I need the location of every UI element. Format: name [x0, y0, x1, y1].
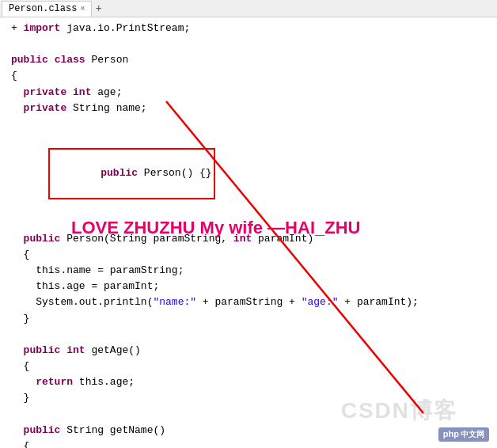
code-line-1: + import java.io.PrintStream;	[0, 21, 497, 36]
code-line-22: public String getName()	[0, 423, 497, 439]
code-line-14: System.out.println("name:" + paramString…	[0, 294, 497, 310]
code-line-5: private int age;	[0, 85, 497, 101]
code-line-20: }	[0, 390, 497, 406]
code-line-blank-1	[0, 36, 497, 52]
code-line-blank-2	[0, 116, 497, 132]
code-line-8: public Person() {}	[0, 132, 497, 215]
highlighted-constructor: public Person() {}	[48, 148, 215, 199]
tab-close-button[interactable]: ×	[80, 5, 85, 13]
tab-filename: Person.class	[9, 3, 77, 14]
tab-bar: Person.class × +	[0, 0, 497, 17]
php-badge: php中文网	[438, 427, 489, 442]
code-line-10: public Person(String paramString, int pa…	[0, 231, 497, 247]
code-line-17: public int getAge()	[0, 343, 497, 359]
code-line-13: this.age = paramInt;	[0, 279, 497, 294]
php-badge-text: php	[443, 429, 459, 439]
code-line-blank-5	[0, 406, 497, 422]
code-line-12: this.name = paramString;	[0, 263, 497, 279]
php-site-text: 中文网	[461, 430, 484, 439]
code-line-19: return this.age;	[0, 374, 497, 390]
code-line-3: public class Person	[0, 52, 497, 68]
code-line-11: {	[0, 247, 497, 263]
code-line-blank-4	[0, 327, 497, 343]
file-tab[interactable]: Person.class ×	[2, 1, 92, 17]
code-line-4: {	[0, 68, 497, 84]
code-line-6: private String name;	[0, 101, 497, 116]
code-line-18: {	[0, 359, 497, 374]
code-editor: + import java.io.PrintStream; public cla…	[0, 17, 497, 448]
new-tab-button[interactable]: +	[92, 2, 104, 15]
code-line-23: {	[0, 439, 497, 448]
code-line-blank-3	[0, 215, 497, 231]
code-line-15: }	[0, 311, 497, 327]
